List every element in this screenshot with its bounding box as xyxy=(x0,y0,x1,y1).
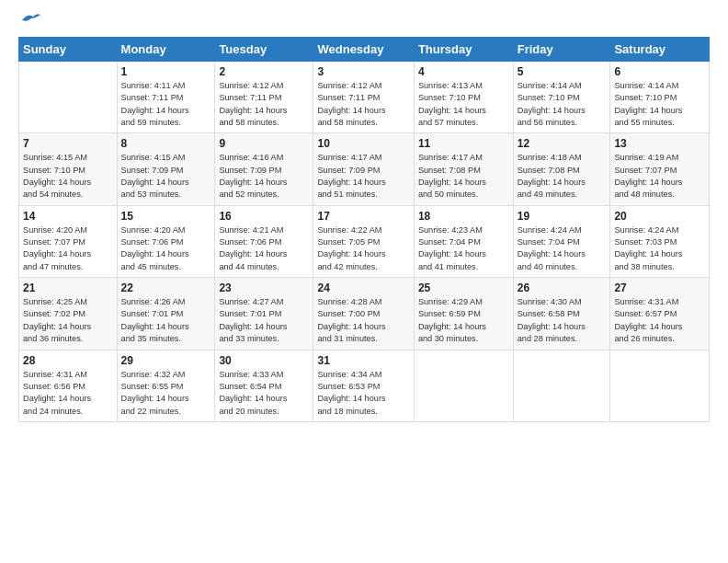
day-info: Sunrise: 4:20 AM Sunset: 7:07 PM Dayligh… xyxy=(23,224,113,273)
calendar-cell: 12Sunrise: 4:18 AM Sunset: 7:08 PM Dayli… xyxy=(513,133,610,205)
calendar-cell xyxy=(610,350,710,421)
logo xyxy=(18,17,40,26)
day-number: 20 xyxy=(614,210,705,223)
day-number: 30 xyxy=(219,354,309,367)
day-number: 29 xyxy=(121,354,211,367)
day-number: 22 xyxy=(121,282,211,294)
calendar-cell: 13Sunrise: 4:19 AM Sunset: 7:07 PM Dayli… xyxy=(610,133,710,205)
calendar-cell: 14Sunrise: 4:20 AM Sunset: 7:07 PM Dayli… xyxy=(19,205,118,277)
day-info: Sunrise: 4:29 AM Sunset: 6:59 PM Dayligh… xyxy=(418,296,509,345)
day-info: Sunrise: 4:17 AM Sunset: 7:09 PM Dayligh… xyxy=(317,152,409,201)
day-info: Sunrise: 4:12 AM Sunset: 7:11 PM Dayligh… xyxy=(317,80,409,129)
day-number: 17 xyxy=(317,210,409,223)
day-number: 25 xyxy=(418,282,509,294)
calendar-cell: 22Sunrise: 4:26 AM Sunset: 7:01 PM Dayli… xyxy=(117,278,215,350)
calendar-cell: 26Sunrise: 4:30 AM Sunset: 6:58 PM Dayli… xyxy=(513,278,610,350)
calendar-cell: 6Sunrise: 4:14 AM Sunset: 7:10 PM Daylig… xyxy=(610,62,710,133)
calendar-cell: 3Sunrise: 4:12 AM Sunset: 7:11 PM Daylig… xyxy=(313,62,414,133)
day-info: Sunrise: 4:31 AM Sunset: 6:57 PM Dayligh… xyxy=(614,296,705,345)
calendar-cell: 20Sunrise: 4:24 AM Sunset: 7:03 PM Dayli… xyxy=(610,205,710,277)
calendar-cell: 11Sunrise: 4:17 AM Sunset: 7:08 PM Dayli… xyxy=(414,133,513,205)
calendar-cell xyxy=(513,350,610,421)
calendar-cell: 19Sunrise: 4:24 AM Sunset: 7:04 PM Dayli… xyxy=(513,205,610,277)
day-number: 6 xyxy=(614,65,705,78)
day-info: Sunrise: 4:14 AM Sunset: 7:10 PM Dayligh… xyxy=(614,80,705,129)
day-number: 2 xyxy=(219,65,309,78)
day-number: 5 xyxy=(518,65,607,78)
col-header-thursday: Thursday xyxy=(414,38,513,62)
calendar-cell: 5Sunrise: 4:14 AM Sunset: 7:10 PM Daylig… xyxy=(513,62,610,133)
day-info: Sunrise: 4:17 AM Sunset: 7:08 PM Dayligh… xyxy=(418,152,509,201)
calendar-cell: 23Sunrise: 4:27 AM Sunset: 7:01 PM Dayli… xyxy=(215,278,313,350)
calendar-cell: 8Sunrise: 4:15 AM Sunset: 7:09 PM Daylig… xyxy=(117,133,215,205)
day-number: 31 xyxy=(317,354,409,367)
day-info: Sunrise: 4:31 AM Sunset: 6:56 PM Dayligh… xyxy=(23,369,113,418)
day-number: 27 xyxy=(614,282,705,294)
day-info: Sunrise: 4:18 AM Sunset: 7:08 PM Dayligh… xyxy=(518,152,607,201)
col-header-monday: Monday xyxy=(117,38,215,62)
day-info: Sunrise: 4:21 AM Sunset: 7:06 PM Dayligh… xyxy=(219,224,309,273)
day-info: Sunrise: 4:25 AM Sunset: 7:02 PM Dayligh… xyxy=(23,296,113,345)
day-number: 10 xyxy=(317,137,409,150)
day-number: 11 xyxy=(418,137,509,150)
calendar-cell: 1Sunrise: 4:11 AM Sunset: 7:11 PM Daylig… xyxy=(117,62,215,133)
col-header-friday: Friday xyxy=(513,38,610,62)
day-info: Sunrise: 4:22 AM Sunset: 7:05 PM Dayligh… xyxy=(317,224,409,273)
day-number: 15 xyxy=(121,210,211,223)
day-number: 21 xyxy=(23,282,113,294)
calendar-cell: 17Sunrise: 4:22 AM Sunset: 7:05 PM Dayli… xyxy=(313,205,414,277)
week-row-2: 7Sunrise: 4:15 AM Sunset: 7:10 PM Daylig… xyxy=(19,133,710,205)
calendar-cell: 29Sunrise: 4:32 AM Sunset: 6:55 PM Dayli… xyxy=(117,350,215,421)
calendar-cell: 9Sunrise: 4:16 AM Sunset: 7:09 PM Daylig… xyxy=(215,133,313,205)
day-number: 18 xyxy=(418,210,509,223)
day-info: Sunrise: 4:34 AM Sunset: 6:53 PM Dayligh… xyxy=(317,369,409,418)
calendar-cell: 18Sunrise: 4:23 AM Sunset: 7:04 PM Dayli… xyxy=(414,205,513,277)
calendar-cell xyxy=(19,62,118,133)
calendar-cell: 24Sunrise: 4:28 AM Sunset: 7:00 PM Dayli… xyxy=(313,278,414,350)
day-number: 13 xyxy=(614,137,705,150)
day-info: Sunrise: 4:12 AM Sunset: 7:11 PM Dayligh… xyxy=(219,80,309,129)
day-number: 7 xyxy=(23,137,113,150)
week-row-4: 21Sunrise: 4:25 AM Sunset: 7:02 PM Dayli… xyxy=(19,278,710,350)
day-number: 16 xyxy=(219,210,309,223)
day-number: 8 xyxy=(121,137,211,150)
calendar-cell: 10Sunrise: 4:17 AM Sunset: 7:09 PM Dayli… xyxy=(313,133,414,205)
week-row-3: 14Sunrise: 4:20 AM Sunset: 7:07 PM Dayli… xyxy=(19,205,710,277)
calendar-cell: 30Sunrise: 4:33 AM Sunset: 6:54 PM Dayli… xyxy=(215,350,313,421)
week-row-1: 1Sunrise: 4:11 AM Sunset: 7:11 PM Daylig… xyxy=(19,62,710,133)
day-info: Sunrise: 4:27 AM Sunset: 7:01 PM Dayligh… xyxy=(219,296,309,345)
day-info: Sunrise: 4:32 AM Sunset: 6:55 PM Dayligh… xyxy=(121,369,211,418)
calendar-cell: 28Sunrise: 4:31 AM Sunset: 6:56 PM Dayli… xyxy=(19,350,118,421)
calendar-cell: 7Sunrise: 4:15 AM Sunset: 7:10 PM Daylig… xyxy=(19,133,118,205)
col-header-wednesday: Wednesday xyxy=(313,38,414,62)
day-number: 3 xyxy=(317,65,409,78)
calendar-cell: 31Sunrise: 4:34 AM Sunset: 6:53 PM Dayli… xyxy=(313,350,414,421)
calendar-cell: 16Sunrise: 4:21 AM Sunset: 7:06 PM Dayli… xyxy=(215,205,313,277)
calendar-cell: 4Sunrise: 4:13 AM Sunset: 7:10 PM Daylig… xyxy=(414,62,513,133)
calendar-cell: 27Sunrise: 4:31 AM Sunset: 6:57 PM Dayli… xyxy=(610,278,710,350)
calendar-cell: 2Sunrise: 4:12 AM Sunset: 7:11 PM Daylig… xyxy=(215,62,313,133)
day-number: 14 xyxy=(23,210,113,223)
day-number: 24 xyxy=(317,282,409,294)
header xyxy=(18,17,710,26)
calendar-cell: 25Sunrise: 4:29 AM Sunset: 6:59 PM Dayli… xyxy=(414,278,513,350)
day-info: Sunrise: 4:30 AM Sunset: 6:58 PM Dayligh… xyxy=(518,296,607,345)
day-number: 26 xyxy=(518,282,607,294)
day-info: Sunrise: 4:15 AM Sunset: 7:10 PM Dayligh… xyxy=(23,152,113,201)
day-number: 1 xyxy=(121,65,211,78)
day-number: 19 xyxy=(518,210,607,223)
day-info: Sunrise: 4:11 AM Sunset: 7:11 PM Dayligh… xyxy=(121,80,211,129)
header-row: SundayMondayTuesdayWednesdayThursdayFrid… xyxy=(19,38,710,62)
calendar-cell: 21Sunrise: 4:25 AM Sunset: 7:02 PM Dayli… xyxy=(19,278,118,350)
day-info: Sunrise: 4:15 AM Sunset: 7:09 PM Dayligh… xyxy=(121,152,211,201)
calendar-cell xyxy=(414,350,513,421)
day-info: Sunrise: 4:28 AM Sunset: 7:00 PM Dayligh… xyxy=(317,296,409,345)
day-number: 4 xyxy=(418,65,509,78)
day-info: Sunrise: 4:24 AM Sunset: 7:04 PM Dayligh… xyxy=(518,224,607,273)
day-info: Sunrise: 4:33 AM Sunset: 6:54 PM Dayligh… xyxy=(219,369,309,418)
page: SundayMondayTuesdayWednesdayThursdayFrid… xyxy=(0,0,728,431)
col-header-saturday: Saturday xyxy=(610,38,710,62)
day-number: 23 xyxy=(219,282,309,294)
day-info: Sunrise: 4:23 AM Sunset: 7:04 PM Dayligh… xyxy=(418,224,509,273)
calendar-cell: 15Sunrise: 4:20 AM Sunset: 7:06 PM Dayli… xyxy=(117,205,215,277)
